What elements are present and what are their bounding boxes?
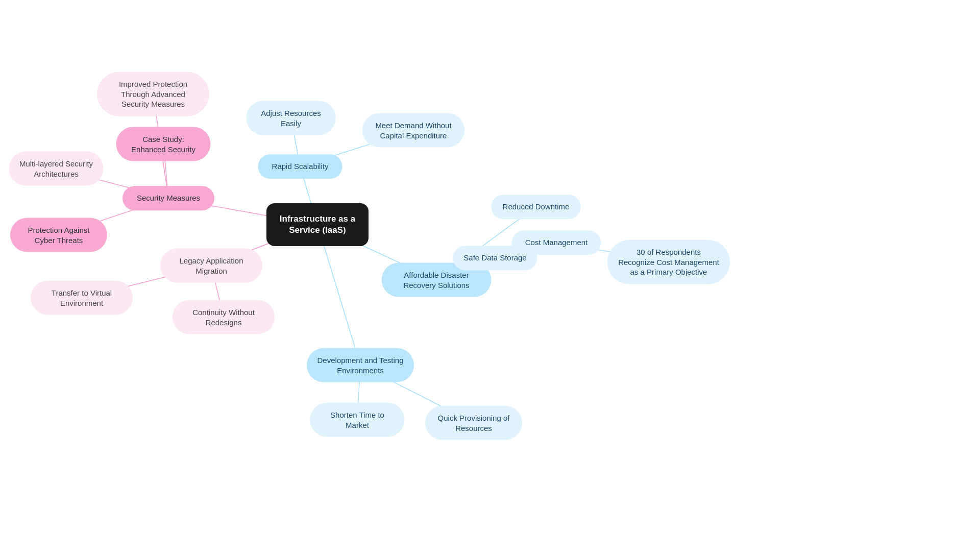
- node-quick-provisioning: Quick Provisioning of Resources: [425, 406, 522, 440]
- node-continuity: Continuity Without Redesigns: [173, 300, 275, 334]
- mind-map: Infrastructure as a Service (IaaS)Securi…: [0, 0, 980, 553]
- center-node: Infrastructure as a Service (IaaS): [266, 203, 369, 246]
- node-meet-demand: Meet Demand Without Capital Expenditure: [362, 113, 464, 148]
- node-30-respondents: 30 of Respondents Recognize Cost Managem…: [607, 240, 730, 284]
- node-adjust-resources: Adjust Resources Easily: [247, 101, 336, 135]
- node-rapid-scalability: Rapid Scalability: [258, 154, 342, 179]
- node-transfer-virtual: Transfer to Virtual Environment: [31, 281, 133, 315]
- node-reduced-downtime: Reduced Downtime: [492, 195, 581, 219]
- node-dev-testing: Development and Testing Environments: [307, 348, 414, 382]
- node-multi-layered: Multi-layered Security Architectures: [9, 152, 104, 186]
- node-shorten-time: Shorten Time to Market: [310, 403, 405, 437]
- node-security-measures: Security Measures: [122, 186, 214, 210]
- node-case-study: Case Study: Enhanced Security: [116, 127, 211, 161]
- node-protection-cyber: Protection Against Cyber Threats: [10, 218, 107, 252]
- node-improved-protection: Improved Protection Through Advanced Sec…: [97, 72, 209, 116]
- node-safe-data: Safe Data Storage: [453, 246, 537, 270]
- node-legacy-migration: Legacy Application Migration: [160, 249, 262, 283]
